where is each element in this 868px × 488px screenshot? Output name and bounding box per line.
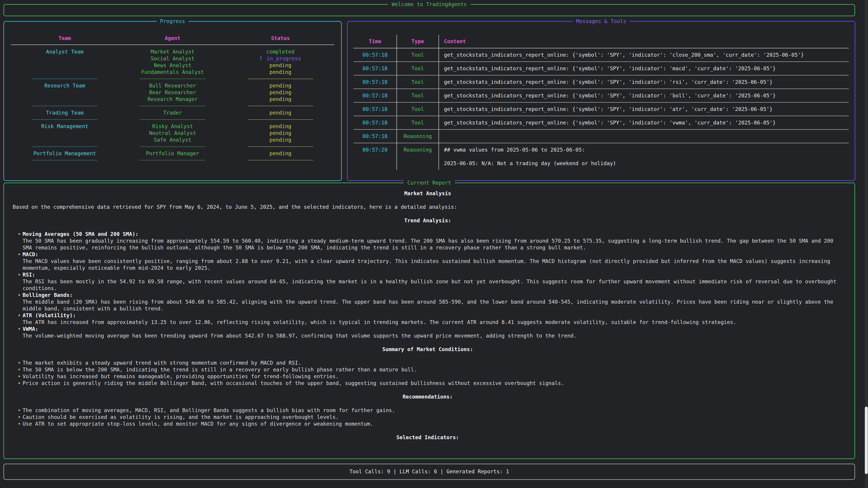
status-cell: ⠇ in_progress [226,55,334,62]
report-bullet: •Caution should be exercised as volatili… [16,414,843,420]
message-type: Tool [397,48,438,62]
messages-column-header: Type [397,35,438,48]
separator-cell [226,75,334,82]
progress-row: Fundamentals Analystpending [11,69,334,75]
progress-group-separator [11,103,334,109]
message-row: 00:57:18Toolget_stockstats_indicators_re… [353,103,849,116]
bullet-label: Moving Averages (50 SMA and 200 SMA): [23,231,843,237]
report-bullet: •The 50 SMA is below the 200 SMA, indica… [16,366,843,373]
bullet-text: The RSI has been mostly in the 54.92 to … [23,278,843,292]
status-cell: pending [226,62,334,69]
message-time: 00:57:18 [353,62,397,75]
message-content: ## vwma values from 2025-05-06 to 2025-0… [438,143,849,170]
status-cell: pending [226,123,334,130]
team-cell [11,89,119,96]
team-cell: Trading Team [11,109,119,116]
report-section-heading: Recommendations: [13,393,843,400]
separator-cell [11,75,119,82]
report-bullet: •VWMA:The volume-weighted moving average… [16,326,843,339]
team-cell: Portfolio Management [11,150,119,157]
separator-cell [11,157,119,164]
report-bullet: •Use ATR to set appropriate stop-loss le… [16,420,843,427]
message-type: Tool [397,75,438,89]
team-cell [11,130,119,136]
report-content: Market AnalysisBased on the comprehensiv… [13,190,843,441]
bullet-text: The 50 SMA is below the 200 SMA, indicat… [23,366,843,373]
separator-line [32,78,98,79]
bullet-icon: • [16,231,23,251]
separator-line [140,78,206,79]
bullet-icon: • [16,373,23,380]
bullet-content: The 50 SMA is below the 200 SMA, indicat… [23,366,843,373]
report-section-heading: Selected Indicators: [13,434,843,441]
message-type: Tool [397,103,438,116]
team-cell [11,96,119,103]
agent-cell: Bear Researcher [119,89,226,96]
report-heading: Market Analysis [13,190,843,197]
team-cell [11,69,119,75]
footer-stats-panel: Tool Calls: 9 | LLM Calls: 6 | Generated… [3,464,855,480]
bullet-content: VWMA:The volume-weighted moving average … [23,326,843,339]
messages-table: TimeTypeContent00:57:18Toolget_stockstat… [353,35,849,170]
bullet-content: Bollinger Bands:The middle band (20 SMA)… [23,292,843,312]
messages-header-row: TimeTypeContent [353,35,849,48]
bullet-content: MACD:The MACD values have been consisten… [23,251,843,271]
bullet-text: The middle band (20 SMA) has been rising… [23,298,843,312]
report-bullet: •MACD:The MACD values have been consiste… [16,251,843,271]
bullet-text: The ATR has increased from approximately… [23,319,843,326]
bullet-text: Caution should be exercised as volatilit… [23,414,843,420]
team-cell [11,136,119,143]
report-bullet: •Moving Averages (50 SMA and 200 SMA):Th… [16,231,843,251]
scrollbar-thumb[interactable] [865,407,868,474]
message-time: 00:57:20 [353,143,397,170]
separator-line [248,160,313,160]
bullet-content: ATR (Volatility):The ATR has increased f… [23,312,843,326]
bullet-text: The market exhibits a steady upward tren… [23,359,843,366]
bullet-text: Use ATR to set appropriate stop-loss lev… [23,420,843,427]
welcome-panel: Welcome to TradingAgents [3,4,855,16]
separator-cell [11,103,119,109]
report-bullet: •Bollinger Bands:The middle band (20 SMA… [16,292,843,312]
progress-row: Research TeamBull Researcherpending [11,82,334,89]
report-bullet: •The market exhibits a steady upward tre… [16,359,843,366]
message-row: 00:57:20Reasoning## vwma values from 202… [353,143,849,170]
message-type: Tool [397,62,438,75]
report-bullet-list: •The combination of moving averages, MAC… [13,407,843,427]
separator-cell [119,103,226,109]
progress-group-separator [11,75,334,82]
separator-line [248,78,313,79]
message-type: Tool [397,89,438,103]
progress-row: Trading TeamTraderpending [11,109,334,116]
separator-cell [11,143,119,150]
bullet-icon: • [16,414,23,420]
progress-row: Analyst TeamMarket Analystcompleted [11,48,334,55]
message-type: Reasoning [397,130,438,143]
progress-row: Social Analyst⠇ in_progress [11,55,334,62]
status-cell: pending [226,130,334,136]
messages-panel-title: Messages & Tools [572,18,630,25]
progress-row: Bear Researcherpending [11,89,334,96]
progress-column-header: Agent [119,35,226,41]
bullet-label: MACD: [23,251,843,258]
message-row: 00:57:18Toolget_stockstats_indicators_re… [353,89,849,103]
message-content [438,130,849,143]
message-time: 00:57:18 [353,48,397,62]
separator-cell [226,143,334,150]
separator-cell [226,116,334,123]
bullet-icon: • [16,359,23,366]
agent-cell: Market Analyst [119,48,226,55]
report-bullet: •Price action is generally riding the mi… [16,380,843,387]
message-row: 00:57:18Reasoning [353,130,849,143]
separator-line [140,106,206,106]
bullet-content: Caution should be exercised as volatilit… [23,414,843,420]
progress-group-separator [11,143,334,150]
bullet-icon: • [16,380,23,387]
message-row: 00:57:18Toolget_stockstats_indicators_re… [353,62,849,75]
team-cell [11,55,119,62]
report-intro: Based on the comprehensive data retrieve… [13,203,843,210]
messages-tools-panel: Messages & Tools TimeTypeContent00:57:18… [347,21,855,181]
separator-line [140,119,206,120]
bullet-text: The 50 SMA has been gradually increasing… [23,237,843,251]
message-time: 00:57:18 [353,89,397,103]
bullet-label: VWMA: [23,326,843,332]
